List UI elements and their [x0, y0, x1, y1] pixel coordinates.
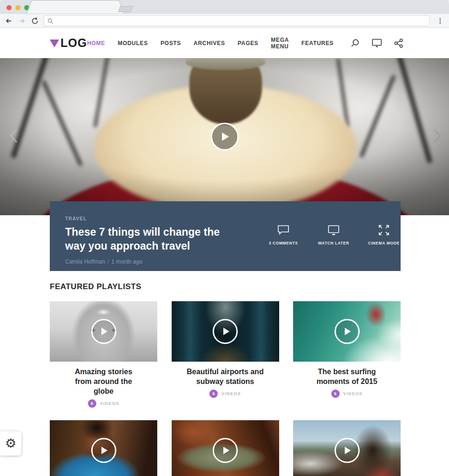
address-input[interactable]: [56, 18, 426, 24]
playlist-thumbnail[interactable]: [172, 420, 279, 476]
settings-panel-toggle[interactable]: ⚙: [0, 431, 21, 456]
playlist-card-amazing-stories[interactable]: Amazing stories from around the globe 6 …: [50, 301, 157, 408]
playlist-thumbnail[interactable]: [293, 420, 401, 476]
site-page: LOG HOME MODULES POSTS ARCHIVES PAGES ME…: [0, 28, 449, 476]
playlist-title[interactable]: The best surfing moments of 2015: [306, 367, 388, 386]
playlist-grid-row-1: Amazing stories from around the globe 6 …: [50, 301, 401, 408]
watch-later-label: WATCH LATER: [318, 241, 349, 245]
playlist-card-girl[interactable]: [50, 420, 157, 476]
post-author[interactable]: Camila Hoffman: [65, 258, 105, 265]
main-menu: HOME MODULES POSTS ARCHIVES PAGES MEGA M…: [87, 37, 334, 50]
gear-icon: ⚙: [5, 437, 16, 450]
share-icon[interactable]: [394, 39, 403, 48]
playlist-card-coast[interactable]: [293, 420, 401, 476]
back-icon[interactable]: [5, 17, 13, 25]
play-icon[interactable]: [91, 319, 116, 344]
new-tab-button[interactable]: [118, 6, 133, 12]
playlist-thumbnail[interactable]: [50, 420, 157, 476]
play-icon[interactable]: [213, 438, 238, 463]
browser-toolbar: [0, 14, 449, 28]
video-count-badge: 6: [209, 390, 218, 398]
playlist-card-iguana[interactable]: [172, 420, 279, 476]
minimize-window-button[interactable]: [15, 5, 20, 10]
video-count-badge: 5: [331, 390, 340, 398]
cinema-mode-label: CINEMA MODE: [368, 241, 400, 245]
address-search-icon: [47, 18, 53, 24]
play-icon[interactable]: [335, 438, 360, 463]
playlist-count: 6 VIDEOS: [50, 399, 157, 408]
hero-play-button[interactable]: [211, 123, 239, 151]
logo-triangle-icon: [50, 40, 59, 47]
videos-label: VIDEOS: [100, 401, 120, 406]
menu-item-home[interactable]: HOME: [87, 40, 105, 46]
menu-item-mega-menu[interactable]: MEGA MENU: [271, 37, 288, 50]
featured-post-card: TRAVEL These 7 things will change the wa…: [50, 201, 401, 271]
post-date: 1 month ago: [111, 258, 142, 265]
close-window-button[interactable]: [7, 5, 12, 10]
menu-item-modules[interactable]: MODULES: [118, 40, 148, 46]
playlist-thumbnail[interactable]: [293, 301, 401, 362]
playlist-grid-row-2: [50, 420, 401, 476]
browser-tab-strip: [0, 0, 449, 14]
comments-label: 3 COMMENTS: [269, 241, 298, 245]
nav-icon-group: [350, 39, 403, 48]
menu-item-features[interactable]: FEATURES: [302, 40, 334, 46]
menu-item-posts[interactable]: POSTS: [161, 40, 181, 46]
playlist-thumbnail[interactable]: [172, 301, 279, 362]
playlist-card-beautiful-airports[interactable]: Beautiful airports and subway stations 6…: [172, 301, 279, 408]
playlist-thumbnail[interactable]: [50, 301, 157, 362]
post-category[interactable]: TRAVEL: [65, 216, 233, 221]
comments-button[interactable]: 3 COMMENTS: [267, 225, 300, 271]
search-icon[interactable]: [350, 39, 360, 48]
logo-text: LOG: [60, 36, 87, 50]
videos-label: VIDEOS: [343, 391, 363, 396]
slider-next-icon[interactable]: [432, 128, 442, 145]
forward-icon[interactable]: [18, 17, 26, 25]
featured-playlists-heading: FEATURED PLAYLISTS: [50, 282, 401, 291]
watch-later-button[interactable]: WATCH LATER: [317, 225, 350, 271]
browser-tab[interactable]: [26, 0, 125, 14]
browser-menu-icon[interactable]: [436, 17, 444, 25]
watch-later-icon[interactable]: [372, 39, 382, 47]
cinema-mode-button[interactable]: CINEMA MODE: [367, 225, 401, 271]
expand-icon: [378, 225, 389, 236]
monitor-icon: [328, 225, 340, 236]
videos-label: VIDEOS: [221, 391, 241, 396]
comment-icon: [277, 225, 289, 236]
playlist-count: 5 VIDEOS: [293, 390, 401, 398]
slider-prev-icon[interactable]: [8, 128, 19, 145]
menu-item-pages[interactable]: PAGES: [238, 40, 259, 46]
address-bar[interactable]: [44, 15, 429, 26]
video-count-badge: 6: [88, 399, 96, 408]
post-actions: 3 COMMENTS WATCH LATER: [267, 216, 401, 271]
browser-window: LOG HOME MODULES POSTS ARCHIVES PAGES ME…: [0, 0, 449, 476]
play-icon[interactable]: [335, 319, 360, 344]
hero-slider: [0, 58, 449, 215]
playlist-card-best-surfing[interactable]: The best surfing moments of 2015 5 VIDEO…: [293, 301, 401, 408]
playlist-title[interactable]: Beautiful airports and subway stations: [178, 367, 273, 386]
site-navbar: LOG HOME MODULES POSTS ARCHIVES PAGES ME…: [0, 28, 449, 58]
reload-icon[interactable]: [31, 17, 39, 25]
post-title[interactable]: These 7 things will change the way you a…: [65, 225, 233, 253]
playlist-count: 6 VIDEOS: [172, 390, 279, 398]
playlist-title[interactable]: Amazing stories from around the globe: [69, 367, 139, 396]
menu-item-archives[interactable]: ARCHIVES: [194, 40, 225, 46]
meta-separator: /: [107, 258, 109, 265]
post-meta: Camila Hoffman/1 month ago: [65, 258, 233, 265]
play-icon[interactable]: [213, 319, 238, 344]
play-icon[interactable]: [91, 438, 116, 463]
site-logo[interactable]: LOG: [50, 36, 87, 50]
